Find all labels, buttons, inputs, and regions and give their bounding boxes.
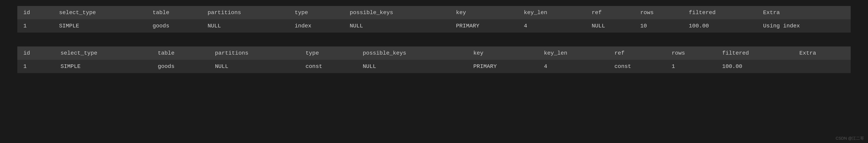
col-header-possible-keys-2: possible_keys bbox=[357, 46, 467, 60]
col-header-table-1: table bbox=[147, 6, 202, 19]
col-header-type-2: type bbox=[300, 46, 357, 60]
cell-type: index bbox=[289, 19, 344, 33]
cell-key-len: 4 bbox=[518, 19, 586, 33]
table-row: 1 SIMPLE goods NULL index NULL PRIMARY 4… bbox=[17, 19, 851, 33]
cell-key: PRIMARY bbox=[450, 19, 518, 33]
cell-select-type: SIMPLE bbox=[53, 19, 147, 33]
main-container: id select_type table partitions type pos… bbox=[0, 0, 868, 87]
table-header-row-1: id select_type table partitions type pos… bbox=[17, 6, 851, 19]
cell-type: const bbox=[300, 60, 357, 73]
cell-table: goods bbox=[147, 19, 202, 33]
col-header-partitions-2: partitions bbox=[209, 46, 300, 60]
table-block-1: id select_type table partitions type pos… bbox=[0, 6, 868, 33]
cell-partitions: NULL bbox=[209, 60, 300, 73]
cell-possible-keys: NULL bbox=[357, 60, 467, 73]
col-header-id-1: id bbox=[17, 6, 53, 19]
col-header-select-type-2: select_type bbox=[55, 46, 152, 60]
col-header-ref-2: ref bbox=[609, 46, 665, 60]
col-header-id-2: id bbox=[17, 46, 55, 60]
col-header-type-1: type bbox=[289, 6, 344, 19]
cell-rows: 1 bbox=[666, 60, 716, 73]
col-header-extra-2: Extra bbox=[793, 46, 850, 60]
col-header-select-type-1: select_type bbox=[53, 6, 147, 19]
col-header-key-len-2: key_len bbox=[538, 46, 609, 60]
cell-id: 1 bbox=[17, 60, 55, 73]
explain-table-1: id select_type table partitions type pos… bbox=[17, 6, 851, 33]
table-row: 1 SIMPLE goods NULL const NULL PRIMARY 4… bbox=[17, 60, 851, 73]
col-header-table-2: table bbox=[152, 46, 209, 60]
col-header-possible-keys-1: possible_keys bbox=[344, 6, 450, 19]
spacer bbox=[0, 40, 868, 46]
col-header-extra-1: Extra bbox=[757, 6, 851, 19]
cell-rows: 10 bbox=[634, 19, 683, 33]
watermark: CSDN @江二哥 bbox=[836, 136, 864, 141]
table-block-2: id select_type table partitions type pos… bbox=[0, 46, 868, 73]
cell-filtered: 100.00 bbox=[683, 19, 757, 33]
col-header-key-1: key bbox=[450, 6, 518, 19]
cell-extra: Using index bbox=[757, 19, 851, 33]
cell-table: goods bbox=[152, 60, 209, 73]
cell-ref: NULL bbox=[586, 19, 634, 33]
col-header-filtered-2: filtered bbox=[716, 46, 793, 60]
cell-extra bbox=[793, 60, 850, 73]
cell-id: 1 bbox=[17, 19, 53, 33]
col-header-key-2: key bbox=[467, 46, 538, 60]
cell-ref: const bbox=[609, 60, 665, 73]
col-header-rows-1: rows bbox=[634, 6, 683, 19]
col-header-key-len-1: key_len bbox=[518, 6, 586, 19]
cell-partitions: NULL bbox=[202, 19, 289, 33]
cell-filtered: 100.00 bbox=[716, 60, 793, 73]
cell-key-len: 4 bbox=[538, 60, 609, 73]
col-header-rows-2: rows bbox=[666, 46, 716, 60]
col-header-filtered-1: filtered bbox=[683, 6, 757, 19]
cell-select-type: SIMPLE bbox=[55, 60, 152, 73]
cell-key: PRIMARY bbox=[467, 60, 538, 73]
col-header-partitions-1: partitions bbox=[202, 6, 289, 19]
table-header-row-2: id select_type table partitions type pos… bbox=[17, 46, 851, 60]
col-header-ref-1: ref bbox=[586, 6, 634, 19]
explain-table-2: id select_type table partitions type pos… bbox=[17, 46, 851, 73]
cell-possible-keys: NULL bbox=[344, 19, 450, 33]
